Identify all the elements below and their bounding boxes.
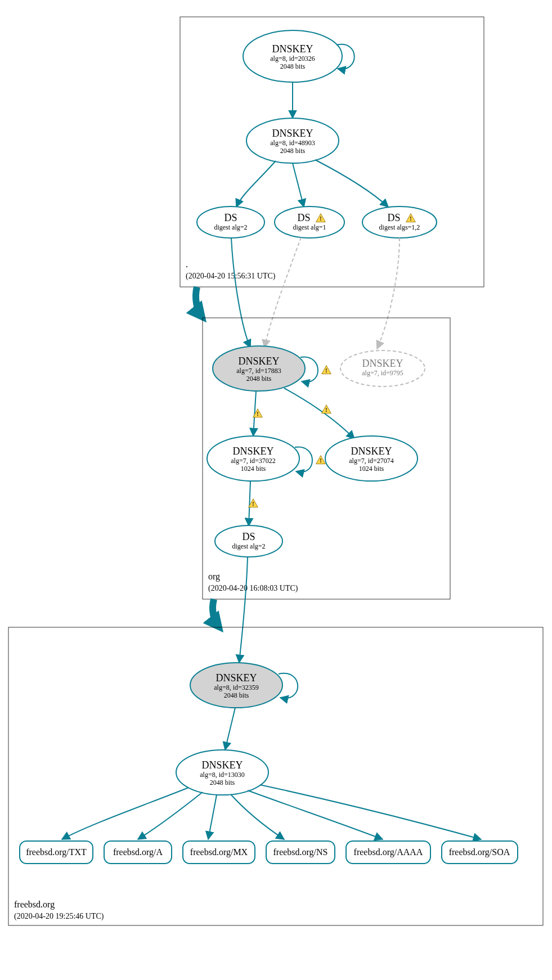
node-sub1: alg=8, id=13030 — [200, 771, 245, 779]
node-sub1: digest alg=1 — [293, 223, 326, 231]
svg-text:freebsd.org/SOA: freebsd.org/SOA — [449, 847, 510, 857]
svg-text:freebsd.org/A: freebsd.org/A — [113, 847, 163, 857]
rrset-aaaa[interactable]: freebsd.org/AAAA — [346, 841, 430, 864]
node-root-ds-alg12[interactable]: DS digest algs=1,2 — [362, 206, 437, 238]
edge-org-zsk1-to-ds — [249, 481, 250, 526]
node-title: DNSKEY — [362, 358, 403, 369]
node-title: DNSKEY — [232, 446, 273, 457]
delegation-root-to-org — [196, 287, 201, 316]
node-org-ksk[interactable]: DNSKEY alg=7, id=17883 2048 bits — [213, 346, 305, 391]
node-sub2: 2048 bits — [224, 691, 249, 699]
svg-text:freebsd.org/NS: freebsd.org/NS — [273, 847, 327, 857]
svg-text:freebsd.org/AAAA: freebsd.org/AAAA — [354, 847, 423, 857]
node-root-ds-alg1[interactable]: DS digest alg=1 — [275, 206, 344, 238]
edge-zsk-to-a — [138, 792, 203, 839]
node-sub1: alg=7, id=9795 — [362, 369, 403, 377]
warn-icon — [322, 405, 331, 413]
node-org-dnskey-missing[interactable]: DNSKEY alg=7, id=9795 — [340, 350, 425, 386]
node-title: DS — [224, 212, 237, 223]
node-title: DNSKEY — [272, 43, 313, 55]
rrset-ns[interactable]: freebsd.org/NS — [266, 841, 335, 864]
node-title: DS — [242, 531, 255, 542]
node-root-zsk[interactable]: DNSKEY alg=8, id=48903 2048 bits — [246, 118, 339, 163]
warn-icon — [322, 366, 331, 374]
node-title: DS — [387, 212, 400, 223]
edge-ds2-to-org-ksk — [231, 238, 250, 348]
node-org-zsk2[interactable]: DNSKEY alg=7, id=27074 1024 bits — [325, 436, 418, 481]
rrset-txt[interactable]: freebsd.org/TXT — [20, 841, 93, 864]
node-root-ds-alg2[interactable]: DS digest alg=2 — [197, 206, 264, 238]
zone-freebsd: freebsd.org (2020-04-20 19:25:46 UTC) — [8, 627, 543, 925]
node-title: DNSKEY — [201, 759, 243, 771]
zone-root-timestamp: (2020-04-20 15:56:31 UTC) — [186, 272, 276, 281]
warn-icon — [316, 456, 326, 464]
edge-zsk-to-txt — [62, 788, 189, 839]
edge-org-ksk-to-zsk2 — [284, 388, 354, 439]
node-freebsd-zsk[interactable]: DNSKEY alg=8, id=13030 2048 bits — [176, 750, 268, 795]
node-title: DNSKEY — [272, 128, 313, 139]
zone-org-timestamp: (2020-04-20 16:08:03 UTC) — [208, 584, 298, 593]
node-root-ksk[interactable]: DNSKEY alg=8, id=20326 2048 bits — [243, 30, 342, 82]
node-sub1: alg=7, id=27074 — [349, 457, 394, 465]
node-sub1: alg=7, id=37022 — [231, 457, 276, 465]
node-sub2: 2048 bits — [210, 779, 235, 786]
zone-org-label: org — [208, 572, 220, 582]
node-sub2: 2048 bits — [280, 62, 306, 70]
svg-rect-14 — [8, 627, 543, 925]
node-sub1: digest alg=2 — [232, 542, 265, 550]
rrset-a[interactable]: freebsd.org/A — [104, 841, 172, 864]
node-sub1: digest alg=2 — [214, 223, 247, 231]
node-title: DS — [297, 212, 310, 223]
node-sub1: alg=7, id=17883 — [236, 367, 281, 375]
node-title: DNSKEY — [351, 446, 392, 457]
node-sub2: 2048 bits — [280, 147, 306, 155]
node-title: DNSKEY — [216, 672, 257, 684]
delegation-org-to-freebsd — [213, 599, 218, 626]
node-sub1: alg=8, id=48903 — [270, 139, 315, 147]
node-sub1: alg=8, id=32359 — [214, 684, 259, 691]
node-org-ds[interactable]: DS digest alg=2 — [215, 525, 282, 557]
zone-freebsd-label: freebsd.org — [14, 900, 55, 910]
node-sub1: digest algs=1,2 — [379, 223, 420, 231]
edge-root-zsk-to-ds1 — [293, 163, 304, 207]
edge-zsk-to-soa — [260, 785, 481, 839]
node-sub2: 1024 bits — [359, 465, 384, 473]
svg-text:freebsd.org/MX: freebsd.org/MX — [190, 847, 248, 857]
node-sub2: 2048 bits — [246, 375, 272, 383]
zone-root-label: . — [186, 259, 188, 269]
rrset-mx[interactable]: freebsd.org/MX — [183, 841, 255, 864]
edge-zsk-to-aaaa — [248, 790, 383, 839]
edge-zsk-to-mx — [208, 795, 217, 839]
edge-ds12-to-org-missing — [377, 238, 400, 349]
edge-root-zsk-to-ds2 — [236, 161, 276, 207]
rrset-soa[interactable]: freebsd.org/SOA — [442, 841, 518, 864]
node-title: DNSKEY — [238, 356, 279, 367]
node-org-zsk1[interactable]: DNSKEY alg=7, id=37022 1024 bits — [207, 436, 299, 481]
node-freebsd-ksk[interactable]: DNSKEY alg=8, id=32359 2048 bits — [190, 663, 282, 708]
svg-text:freebsd.org/TXT: freebsd.org/TXT — [26, 847, 87, 857]
node-sub2: 1024 bits — [241, 465, 266, 473]
edge-fb-ksk-to-zsk — [225, 708, 235, 750]
edge-ds1-to-org-ksk — [264, 237, 301, 348]
edge-org-ds-to-fb-ksk — [239, 557, 248, 663]
edge-root-zsk-to-ds12 — [315, 160, 388, 207]
node-sub1: alg=8, id=20326 — [270, 55, 315, 62]
zone-freebsd-timestamp: (2020-04-20 19:25:46 UTC) — [14, 912, 104, 921]
